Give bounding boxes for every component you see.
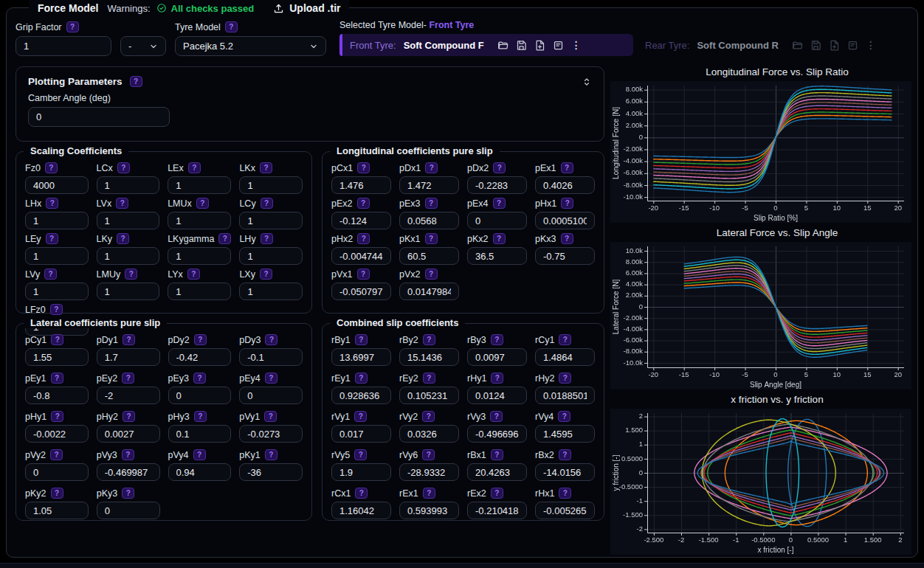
coefficient-input[interactable] [399, 247, 459, 265]
help-badge[interactable]: ? [561, 198, 573, 209]
help-badge[interactable]: ? [193, 373, 206, 384]
coefficient-input[interactable] [331, 425, 391, 443]
coefficient-input[interactable] [25, 283, 89, 300]
coefficient-input[interactable] [399, 283, 459, 300]
coefficient-input[interactable] [239, 387, 303, 404]
folder-open-icon[interactable] [497, 40, 508, 51]
coefficient-input[interactable] [535, 463, 595, 481]
help-badge[interactable]: ? [561, 162, 573, 173]
coefficient-input[interactable] [168, 425, 232, 443]
help-badge[interactable]: ? [491, 334, 503, 345]
help-badge[interactable]: ? [559, 373, 571, 384]
help-badge[interactable]: ? [491, 373, 503, 384]
coefficient-input[interactable] [399, 348, 459, 366]
coefficient-input[interactable] [25, 247, 89, 265]
help-badge[interactable]: ? [51, 488, 63, 499]
coefficient-input[interactable] [25, 425, 89, 443]
help-badge[interactable]: ? [425, 233, 438, 244]
coefficient-input[interactable] [25, 212, 89, 229]
coefficient-input[interactable] [535, 348, 595, 366]
help-badge[interactable]: ? [66, 21, 79, 32]
coefficient-input[interactable] [97, 387, 160, 404]
kebab-menu-icon[interactable]: ⋮ [866, 39, 876, 51]
help-badge[interactable]: ? [44, 269, 57, 280]
coefficient-input[interactable] [239, 212, 303, 229]
coefficient-input[interactable] [331, 247, 391, 265]
coefficient-input[interactable] [535, 176, 595, 194]
coefficient-input[interactable] [331, 176, 391, 194]
folder-open-icon[interactable] [792, 40, 803, 51]
help-badge[interactable]: ? [425, 198, 438, 209]
save-icon[interactable] [810, 40, 821, 51]
help-badge[interactable]: ? [357, 233, 370, 244]
help-badge[interactable]: ? [422, 449, 435, 460]
help-badge[interactable]: ? [357, 198, 370, 209]
file-plus-icon[interactable] [829, 40, 840, 51]
upload-tir-button[interactable]: Upload .tir [273, 2, 340, 14]
help-badge[interactable]: ? [45, 162, 58, 173]
help-badge[interactable]: ? [357, 162, 370, 173]
coefficient-input[interactable] [239, 463, 303, 481]
coefficient-input[interactable] [399, 463, 459, 481]
help-badge[interactable]: ? [265, 373, 277, 384]
coefficient-input[interactable] [168, 463, 232, 481]
coefficient-input[interactable] [399, 176, 459, 194]
help-badge[interactable]: ? [422, 411, 435, 422]
help-badge[interactable]: ? [123, 334, 135, 345]
help-badge[interactable]: ? [355, 373, 368, 384]
grip-factor-input[interactable] [15, 36, 111, 56]
notes-icon[interactable] [847, 40, 858, 51]
coefficient-input[interactable] [239, 425, 303, 443]
help-badge[interactable]: ? [493, 162, 506, 173]
coefficient-input[interactable] [467, 348, 527, 366]
coefficient-input[interactable] [97, 176, 160, 194]
help-badge[interactable]: ? [51, 373, 63, 384]
coefficient-input[interactable] [25, 348, 89, 366]
coefficient-input[interactable] [97, 283, 160, 300]
help-badge[interactable]: ? [559, 334, 571, 345]
coefficient-input[interactable] [331, 387, 391, 404]
coefficient-input[interactable] [331, 348, 391, 366]
help-badge[interactable]: ? [261, 233, 273, 244]
help-badge[interactable]: ? [355, 334, 368, 345]
coefficient-input[interactable] [168, 387, 232, 404]
coefficient-input[interactable] [467, 387, 527, 404]
coefficient-input[interactable] [168, 176, 231, 194]
help-badge[interactable]: ? [354, 449, 367, 460]
coefficient-input[interactable] [97, 348, 160, 366]
friction-ellipse-plot[interactable] [610, 409, 911, 555]
coefficient-input[interactable] [97, 425, 160, 443]
help-badge[interactable]: ? [559, 488, 571, 499]
help-badge[interactable]: ? [51, 411, 63, 422]
help-badge[interactable]: ? [425, 269, 438, 280]
coefficient-input[interactable] [239, 348, 303, 366]
help-badge[interactable]: ? [46, 198, 58, 209]
tyre-model-select[interactable]: Pacejka 5.2 [175, 36, 326, 56]
help-badge[interactable]: ? [493, 198, 506, 209]
help-badge[interactable]: ? [265, 334, 277, 345]
help-badge[interactable]: ? [355, 488, 368, 499]
file-plus-icon[interactable] [534, 40, 545, 51]
help-badge[interactable]: ? [116, 198, 128, 209]
help-badge[interactable]: ? [50, 449, 63, 460]
collapse-toggle-icon[interactable] [582, 77, 592, 87]
help-badge[interactable]: ? [354, 411, 367, 422]
help-badge[interactable]: ? [196, 198, 209, 209]
help-badge[interactable]: ? [261, 198, 273, 209]
help-badge[interactable]: ? [423, 373, 435, 384]
help-badge[interactable]: ? [194, 334, 207, 345]
coefficient-input[interactable] [168, 348, 232, 366]
help-badge[interactable]: ? [357, 269, 370, 280]
coefficient-input[interactable] [331, 502, 391, 519]
coefficient-input[interactable] [168, 247, 231, 265]
help-badge[interactable]: ? [491, 488, 503, 499]
coefficient-input[interactable] [399, 502, 459, 519]
coefficient-input[interactable] [331, 212, 391, 229]
help-badge[interactable]: ? [425, 162, 438, 173]
notes-icon[interactable] [553, 40, 564, 51]
help-badge[interactable]: ? [561, 233, 573, 244]
help-badge[interactable]: ? [46, 233, 58, 244]
help-badge[interactable]: ? [559, 449, 571, 460]
coefficient-input[interactable] [97, 463, 160, 481]
help-badge[interactable]: ? [51, 334, 63, 345]
